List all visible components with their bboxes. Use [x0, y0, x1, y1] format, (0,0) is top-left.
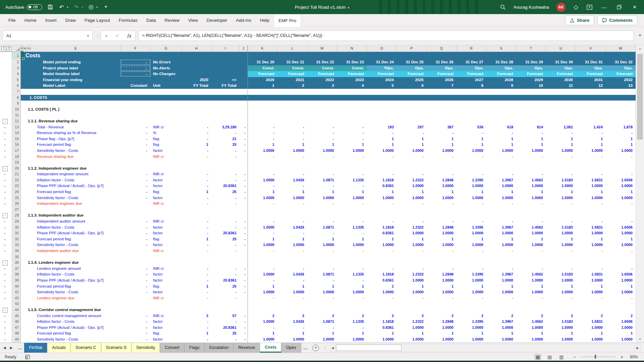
- period-header-cell[interactable]: 9: [486, 83, 516, 89]
- cell[interactable]: -: [121, 278, 150, 284]
- value-cell[interactable]: -: [277, 171, 307, 177]
- value-cell[interactable]: 1.0000: [606, 230, 636, 236]
- row-label-cell[interactable]: Phase flag - Ops. [p7]: [21, 136, 121, 142]
- value-cell[interactable]: 1.0000: [457, 183, 486, 189]
- value-cell[interactable]: 1.0000: [606, 337, 636, 343]
- cell[interactable]: -: [182, 148, 211, 154]
- value-cell[interactable]: 1.0000: [516, 195, 546, 201]
- value-cell[interactable]: -: [606, 266, 636, 272]
- value-cell[interactable]: 1.5183: [546, 225, 576, 231]
- cell[interactable]: -: [211, 195, 239, 201]
- cell[interactable]: [239, 77, 248, 83]
- value-cell[interactable]: -: [486, 201, 516, 207]
- value-cell[interactable]: 1.0000: [337, 242, 367, 248]
- value-cell[interactable]: 1.0000: [486, 195, 516, 201]
- value-cell[interactable]: 1.3395: [457, 319, 486, 325]
- outline-collapse-button[interactable]: -: [3, 166, 8, 171]
- ribbon-tab-home[interactable]: Home: [20, 14, 41, 26]
- period-header-cell[interactable]: 31 Dec 20: [248, 59, 277, 65]
- cell[interactable]: Constant: [121, 83, 150, 89]
- row-header-22[interactable]: 22: [11, 177, 21, 183]
- value-cell[interactable]: 1,081: [546, 124, 576, 130]
- sheet-tab-convert[interactable]: Convert: [160, 343, 184, 353]
- value-cell[interactable]: -: [337, 171, 367, 177]
- cell[interactable]: -: [121, 225, 150, 231]
- cell[interactable]: -: [182, 248, 211, 254]
- value-cell[interactable]: 1.0000: [427, 337, 457, 343]
- value-cell[interactable]: 1: [248, 189, 277, 195]
- value-cell[interactable]: -: [367, 130, 397, 136]
- section-heading-cell[interactable]: 1.1.1. Revenue sharing due: [21, 118, 121, 124]
- value-cell[interactable]: -: [606, 219, 636, 225]
- value-cell[interactable]: -: [307, 248, 337, 254]
- cell[interactable]: -: [239, 330, 248, 337]
- value-cell[interactable]: 1.5183: [546, 272, 576, 278]
- value-cell[interactable]: -: [307, 230, 337, 236]
- vertical-scrollbar[interactable]: ▲ ▼: [636, 45, 644, 343]
- value-cell[interactable]: 1.0000: [277, 337, 307, 343]
- value-cell[interactable]: -: [427, 295, 457, 301]
- value-cell[interactable]: 1.0000: [457, 242, 486, 248]
- value-cell[interactable]: 1.0000: [248, 177, 277, 183]
- value-cell[interactable]: 1: [606, 136, 636, 142]
- value-cell[interactable]: -: [576, 248, 606, 254]
- cell[interactable]: -: [211, 272, 239, 278]
- value-cell[interactable]: -: [277, 183, 307, 189]
- cell[interactable]: -: [182, 225, 211, 231]
- outline-collapse-button[interactable]: -: [3, 119, 8, 124]
- period-header-cell[interactable]: Forecast: [606, 71, 636, 77]
- value-cell[interactable]: 1.0871: [307, 272, 337, 278]
- section-heading-cell[interactable]: 1.1.2. Independent engineer due: [21, 166, 121, 172]
- column-header-C[interactable]: C: [26, 45, 29, 52]
- value-cell[interactable]: 1.0000: [546, 325, 576, 331]
- row-label-cell[interactable]: Forecast period flag: [21, 284, 121, 290]
- value-cell[interactable]: 1.0000: [576, 230, 606, 236]
- period-header-cell[interactable]: 31 Dec 27: [457, 59, 486, 65]
- value-cell[interactable]: -: [457, 219, 486, 225]
- sheet-tab-revenue[interactable]: Revenue: [233, 343, 260, 353]
- row-header-29[interactable]: 29: [11, 219, 21, 225]
- value-cell[interactable]: 1.0000: [576, 148, 606, 154]
- row-header-41[interactable]: 41: [11, 289, 21, 295]
- check-status-cell[interactable]: No Errors: [150, 59, 182, 65]
- outline-level-2-button[interactable]: 2: [7, 46, 11, 51]
- cell[interactable]: [121, 77, 150, 83]
- column-header-T[interactable]: T: [516, 45, 546, 52]
- section-bar[interactable]: 1. COSTS: [21, 95, 636, 101]
- column-header-J[interactable]: J: [239, 45, 248, 52]
- value-cell[interactable]: 1.0000: [486, 242, 516, 248]
- row-header-35[interactable]: 35: [11, 254, 21, 260]
- value-cell[interactable]: 1.0000: [546, 337, 576, 343]
- value-cell[interactable]: 1.0000: [457, 195, 486, 201]
- value-cell[interactable]: 1.0000: [277, 148, 307, 154]
- value-cell[interactable]: 1.5831: [576, 177, 606, 183]
- value-cell[interactable]: 1.0000: [546, 148, 576, 154]
- ribbon-tab-insert[interactable]: Insert: [41, 14, 61, 26]
- value-cell[interactable]: -: [277, 230, 307, 236]
- cell[interactable]: -: [121, 219, 150, 225]
- value-cell[interactable]: -: [576, 201, 606, 207]
- cell[interactable]: -: [121, 289, 150, 295]
- sheet-tab-costs[interactable]: Costs: [260, 343, 281, 353]
- cell[interactable]: -: [121, 189, 150, 195]
- value-cell[interactable]: 1: [457, 330, 486, 337]
- unit-cell[interactable]: factor: [150, 272, 182, 278]
- name-box-dropdown-icon[interactable]: ▼: [87, 34, 92, 38]
- value-cell[interactable]: -: [277, 154, 307, 160]
- cell[interactable]: -: [211, 225, 239, 231]
- cell[interactable]: -: [121, 330, 150, 337]
- value-cell[interactable]: 1.1335: [337, 319, 367, 325]
- unit-cell[interactable]: INR cr: [150, 248, 182, 254]
- cell[interactable]: 20.8361: [211, 183, 239, 189]
- period-header-cell[interactable]: 2028: [486, 77, 516, 83]
- value-cell[interactable]: 1: [277, 330, 307, 337]
- value-cell[interactable]: -: [307, 130, 337, 136]
- value-cell[interactable]: 1: [337, 189, 367, 195]
- value-cell[interactable]: 1.2848: [427, 177, 457, 183]
- unit-cell[interactable]: flag: [150, 236, 182, 242]
- cell[interactable]: -: [211, 148, 239, 154]
- value-cell[interactable]: -: [337, 248, 367, 254]
- value-cell[interactable]: 1: [486, 330, 516, 337]
- value-cell[interactable]: -: [248, 230, 277, 236]
- value-cell[interactable]: -: [337, 230, 367, 236]
